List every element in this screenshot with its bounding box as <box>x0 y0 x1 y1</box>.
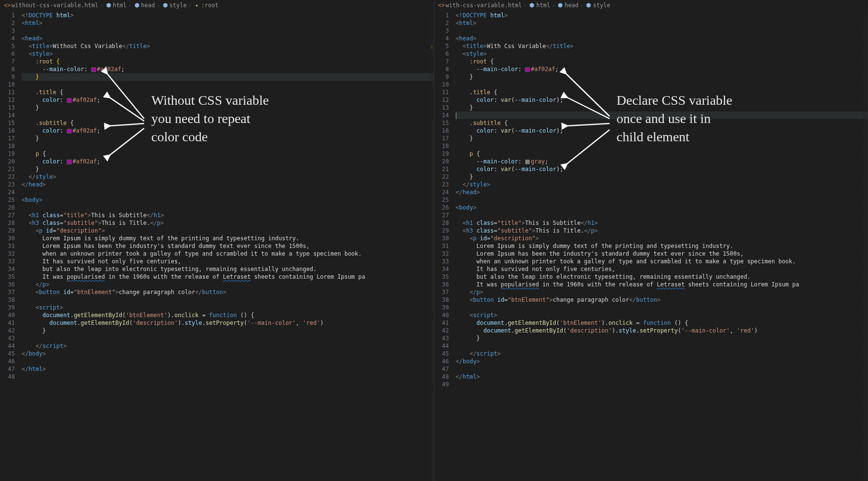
code-editor-right[interactable]: 1234567891011121314151617181920212223242… <box>434 11 868 481</box>
code-line[interactable]: <h1 class="title">This is Subtitle</h1> <box>22 211 434 219</box>
code-line[interactable]: <h1 class="title">This is Subtitle</h1> <box>456 219 868 227</box>
code-area[interactable]: <!DOCTYPE html><html> <head> <title>With… <box>22 11 434 481</box>
code-line[interactable]: <style> <box>22 50 434 58</box>
breadcrumb-part[interactable]: style <box>170 2 187 9</box>
minimap[interactable] <box>429 11 434 481</box>
code-editor-left[interactable]: 1234567891011121314151617181920212223242… <box>0 11 434 481</box>
code-line[interactable]: document.getElementById('btnElement').on… <box>456 319 868 327</box>
breadcrumb-part[interactable]: html <box>113 2 127 9</box>
code-line[interactable]: <html> <box>456 19 868 27</box>
code-area[interactable]: <!DOCTYPE html><html> <head> <title>With… <box>456 11 868 481</box>
code-line[interactable]: <head> <box>456 35 868 42</box>
breadcrumb-file[interactable]: without-css-variable.html <box>12 2 98 9</box>
breadcrumb-part[interactable]: :root <box>201 2 219 9</box>
breadcrumb-part[interactable]: head <box>564 2 578 9</box>
code-line[interactable]: :root { <box>456 58 868 65</box>
code-line[interactable]: p { <box>456 150 868 158</box>
code-line[interactable] <box>22 81 434 88</box>
code-line[interactable]: color: var(--main-color); <box>456 96 868 104</box>
breadcrumb-left[interactable]: <> without-css-variable.html › ⬢ html › … <box>0 0 434 11</box>
code-line[interactable]: document.getElementById('btnElement').on… <box>22 311 434 319</box>
code-line[interactable]: } <box>22 73 434 81</box>
code-line[interactable] <box>456 196 868 204</box>
code-line[interactable]: } <box>22 104 434 111</box>
code-line[interactable] <box>22 142 434 150</box>
code-line[interactable] <box>456 342 868 350</box>
code-line[interactable]: } <box>22 135 434 142</box>
code-line[interactable] <box>22 111 434 119</box>
code-line[interactable]: <!DOCTYPE html> <box>456 12 868 19</box>
code-line[interactable]: <body> <box>22 196 434 204</box>
code-line[interactable]: <h3 class="subtitle">This is Title.</p> <box>22 219 434 227</box>
code-line[interactable]: <title>With Css Variable</title> <box>456 42 868 50</box>
code-line[interactable]: document.getElementById('description').s… <box>456 327 868 334</box>
code-line[interactable]: .subtitle { <box>456 119 868 127</box>
code-line[interactable] <box>22 27 434 35</box>
code-line[interactable] <box>456 304 868 311</box>
code-line[interactable]: </p> <box>22 281 434 288</box>
code-line[interactable]: } <box>456 173 868 181</box>
code-line[interactable]: } <box>456 135 868 142</box>
code-line[interactable]: <html> <box>22 19 434 27</box>
code-line[interactable]: </head> <box>456 188 868 196</box>
code-line[interactable]: p { <box>22 150 434 158</box>
code-line[interactable]: color: var(--main-color); <box>456 165 868 173</box>
code-line[interactable]: <style> <box>456 50 868 58</box>
breadcrumb-part[interactable]: head <box>141 2 155 9</box>
code-line[interactable]: document.getElementById('description').s… <box>22 319 434 327</box>
code-line[interactable]: </style> <box>22 173 434 181</box>
code-line[interactable]: </p> <box>456 288 868 296</box>
code-line[interactable]: .subtitle { <box>22 119 434 127</box>
code-line[interactable]: } <box>22 165 434 173</box>
code-line[interactable]: </script> <box>22 342 434 350</box>
code-line[interactable]: <body> <box>456 204 868 211</box>
code-line[interactable]: when an unknown printer took a galley of… <box>22 250 434 258</box>
code-line[interactable]: --main-color: #af02af; <box>456 65 868 73</box>
code-line[interactable]: but also the leap into electronic typese… <box>456 273 868 281</box>
code-line[interactable]: </html> <box>456 373 868 381</box>
code-line[interactable] <box>456 365 868 373</box>
code-line[interactable] <box>22 296 434 304</box>
code-line[interactable]: <button id="btnElement">change paragraph… <box>456 296 868 304</box>
code-line[interactable]: </head> <box>22 181 434 188</box>
code-line[interactable]: color: var(--main-color); <box>456 127 868 135</box>
code-line[interactable]: It was popularised in the 1960s with the… <box>456 281 868 288</box>
code-line[interactable] <box>456 381 868 388</box>
code-line[interactable]: <h3 class="subtitle">This is Title.</p> <box>456 227 868 234</box>
code-line[interactable]: </body> <box>456 358 868 365</box>
code-line[interactable]: <p id="description"> <box>456 234 868 242</box>
code-line[interactable] <box>22 358 434 365</box>
code-line[interactable]: <p id="description"> <box>22 227 434 234</box>
code-line[interactable] <box>456 211 868 219</box>
breadcrumb-right[interactable]: <> with-css-variable.html › ⬢ html › ⬢ h… <box>434 0 868 11</box>
minimap[interactable] <box>863 11 868 481</box>
breadcrumb-part[interactable]: html <box>536 2 550 9</box>
code-line[interactable] <box>456 81 868 88</box>
code-line[interactable]: Lorem Ipsum is simply dummy text of the … <box>456 242 868 250</box>
code-line[interactable]: but also the leap into electronic typese… <box>22 265 434 273</box>
code-line[interactable] <box>22 204 434 211</box>
code-line[interactable]: --main-color: #af02af; <box>22 65 434 73</box>
code-line[interactable]: Lorem Ipsum has been the industry's stan… <box>22 242 434 250</box>
code-line[interactable]: <!DOCTYPE html> <box>22 12 434 19</box>
code-line[interactable]: } <box>456 334 868 342</box>
code-line[interactable]: color: #af02af; <box>22 127 434 135</box>
code-line[interactable]: It has survived not only five centuries, <box>22 258 434 265</box>
code-line[interactable]: <title>Without Css Variable</title> <box>22 42 434 50</box>
code-line[interactable] <box>456 111 868 119</box>
code-line[interactable]: color: #af02af; <box>22 158 434 165</box>
code-line[interactable] <box>22 188 434 196</box>
code-line[interactable] <box>22 373 434 381</box>
code-line[interactable]: </html> <box>22 365 434 373</box>
breadcrumb-file[interactable]: with-css-variable.html <box>446 2 522 9</box>
code-line[interactable]: <script> <box>22 304 434 311</box>
code-line[interactable] <box>22 334 434 342</box>
code-line[interactable]: </script> <box>456 350 868 358</box>
code-line[interactable]: color: #af02af; <box>22 96 434 104</box>
code-line[interactable]: </style> <box>456 181 868 188</box>
code-line[interactable]: --main-color: gray; <box>456 158 868 165</box>
code-line[interactable]: <head> <box>22 35 434 42</box>
code-line[interactable]: .title { <box>22 88 434 96</box>
code-line[interactable]: <button id="btnElement">change paragraph… <box>22 288 434 296</box>
code-line[interactable]: .title { <box>456 88 868 96</box>
